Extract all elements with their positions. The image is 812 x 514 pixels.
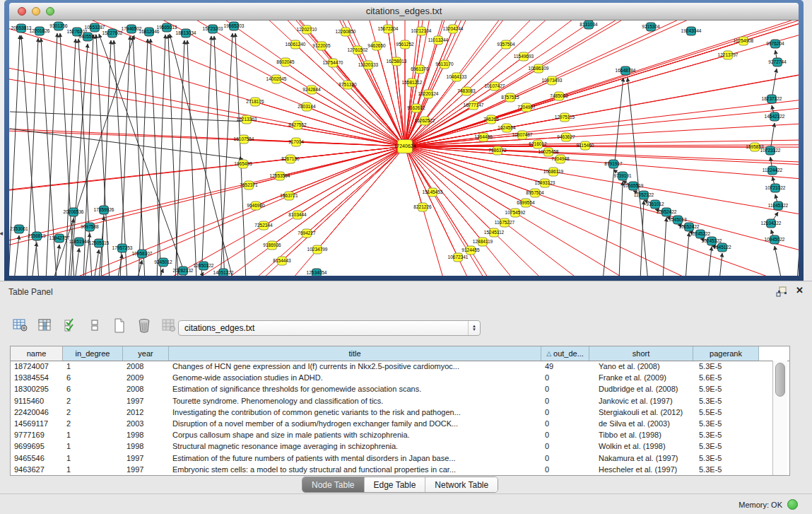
- table-cell: de Silva et al. (2003): [589, 419, 693, 428]
- node-label: 8791917: [604, 161, 623, 166]
- red-edge: [139, 21, 405, 146]
- table-cell: Nakamura et al. (1997): [589, 454, 693, 462]
- red-edge: [242, 21, 405, 146]
- scrollbar-thumb[interactable]: [775, 363, 785, 397]
- red-edge: [405, 146, 671, 276]
- table-row[interactable]: 1830029562008Estimation of significance …: [11, 383, 772, 395]
- red-edge-arrow: [368, 65, 405, 146]
- node-label: 10958107: [132, 251, 153, 256]
- node-label: 8757515: [501, 95, 519, 100]
- node-label: 7252344: [254, 223, 273, 228]
- column-header-year[interactable]: year: [123, 346, 169, 361]
- column-header-name[interactable]: name: [11, 346, 63, 361]
- node-label: 12975115: [555, 115, 575, 119]
- column-header-short[interactable]: short: [589, 346, 693, 361]
- black-edge: [201, 36, 211, 276]
- combo-stepper-icon[interactable]: ▲▼: [468, 321, 480, 335]
- node-label: 9463627: [557, 134, 575, 139]
- node-label: 1595853: [746, 144, 764, 149]
- table-row[interactable]: 1872400712008Changes of HCN gene express…: [11, 361, 772, 372]
- column-header-out_de[interactable]: △out_de...: [541, 346, 589, 361]
- table-row[interactable]: 1456911722003Disruption of a novel membe…: [11, 418, 772, 429]
- node-label: 13204244: [443, 26, 464, 31]
- table-cell: 1: [63, 362, 123, 370]
- node-label: 11320133: [358, 62, 379, 67]
- table-settings-button[interactable]: [11, 316, 30, 334]
- node-label: 16262522: [415, 118, 435, 123]
- table-cell: Stergiakouli et al. (2012): [589, 408, 693, 416]
- network-canvas[interactable]: 2055381312201826930135615276202105532871…: [9, 21, 799, 276]
- sort-ascending-icon: △: [546, 350, 551, 357]
- node-label: 12201826: [30, 28, 50, 33]
- table-selector-combobox[interactable]: citations_edges.txt ▲▼: [178, 320, 481, 336]
- table-row[interactable]: 969969511998Structural magnetic resonanc…: [11, 440, 772, 452]
- table-row[interactable]: 977716911998Corpus callosum shape and si…: [11, 429, 772, 440]
- float-panel-icon[interactable]: [775, 286, 788, 298]
- table-cell: 49: [541, 362, 589, 370]
- tab-node-table[interactable]: Node Table: [302, 477, 365, 492]
- table-toolbar: f(x): [11, 315, 203, 335]
- memory-status-label: Memory: OK: [739, 501, 782, 509]
- node-label: 12534054: [307, 270, 327, 275]
- table-row[interactable]: 911546021997Tourette syndrome. Phenomeno…: [11, 395, 772, 407]
- black-edge: [235, 33, 246, 276]
- node-label: 1965493: [234, 161, 252, 166]
- red-edge-arrow: [247, 119, 405, 146]
- rows-button[interactable]: [86, 316, 104, 334]
- new-table-button[interactable]: [110, 316, 129, 334]
- tab-network-table[interactable]: Network Table: [425, 477, 498, 492]
- node-label: 7204948: [551, 156, 570, 161]
- column-header-in_degree[interactable]: in_degree: [63, 346, 123, 361]
- node-label: 11675227: [495, 220, 515, 225]
- node-label: 15227602: [102, 30, 123, 35]
- node-label: 11245222: [690, 231, 711, 236]
- table-cell: 0: [541, 431, 589, 439]
- table-row[interactable]: 946554611997Estimation of the future num…: [11, 452, 772, 464]
- node-label: 15723203: [203, 26, 223, 31]
- node-label: 10754592: [505, 210, 526, 215]
- vertical-scrollbar[interactable]: [772, 361, 787, 475]
- node-label: 12754470: [323, 60, 343, 65]
- table-cell: Hescheler et al. (1997): [589, 465, 693, 474]
- node-label: 10212104: [411, 28, 432, 33]
- table-row[interactable]: 946362711997Embryonic stem cells: a mode…: [11, 464, 772, 475]
- node-label: 17240624: [394, 144, 416, 148]
- import-table-disabled-button[interactable]: [160, 316, 178, 334]
- window-titlebar[interactable]: citations_edges.txt: [9, 3, 799, 21]
- select-column-button[interactable]: [36, 316, 54, 334]
- column-header-pagerank[interactable]: pagerank: [693, 346, 759, 361]
- table-cell: 1997: [123, 454, 169, 462]
- table-cell: 2008: [123, 385, 169, 393]
- node-label: 9462650: [367, 43, 386, 48]
- column-header-title[interactable]: title: [169, 346, 541, 361]
- node-label: 10464133: [447, 74, 467, 79]
- node-label: 19243044: [681, 28, 702, 33]
- table-cell: 5.6E-5: [693, 373, 759, 382]
- node-label: 9245013: [669, 217, 687, 222]
- column-header-label: short: [632, 349, 649, 358]
- node-label: 12450122: [194, 263, 214, 268]
- node-label: 15672204: [378, 26, 399, 31]
- black-edge: [14, 235, 19, 276]
- close-panel-icon[interactable]: ✕: [796, 285, 804, 296]
- table-cell: 2012: [123, 408, 169, 416]
- table-row[interactable]: 2242004622012Investigating the contribut…: [11, 407, 772, 418]
- node-label: 746266: [483, 117, 499, 122]
- table-cell: 1: [63, 431, 123, 439]
- table-row[interactable]: 1938455462009Genome-wide association stu…: [11, 372, 772, 383]
- red-edge: [405, 21, 752, 146]
- select-all-checks-button[interactable]: [61, 316, 79, 334]
- table-cell: 1: [63, 442, 123, 450]
- column-header-label: name: [27, 349, 47, 358]
- table-cell: 0: [541, 385, 589, 393]
- table-cell: Disruption of a novel member of a sodium…: [169, 419, 541, 428]
- black-edge: [117, 255, 122, 276]
- collapse-arrow-icon[interactable]: ◂: [0, 229, 3, 237]
- delete-table-button[interactable]: [135, 316, 153, 334]
- node-label: 9245012: [154, 259, 172, 264]
- node-label: 11052122: [634, 192, 654, 197]
- red-edge-arrow: [296, 142, 405, 146]
- tab-edge-table[interactable]: Edge Table: [365, 477, 426, 492]
- black-edge: [94, 250, 99, 276]
- node-label: 9405572: [78, 34, 97, 39]
